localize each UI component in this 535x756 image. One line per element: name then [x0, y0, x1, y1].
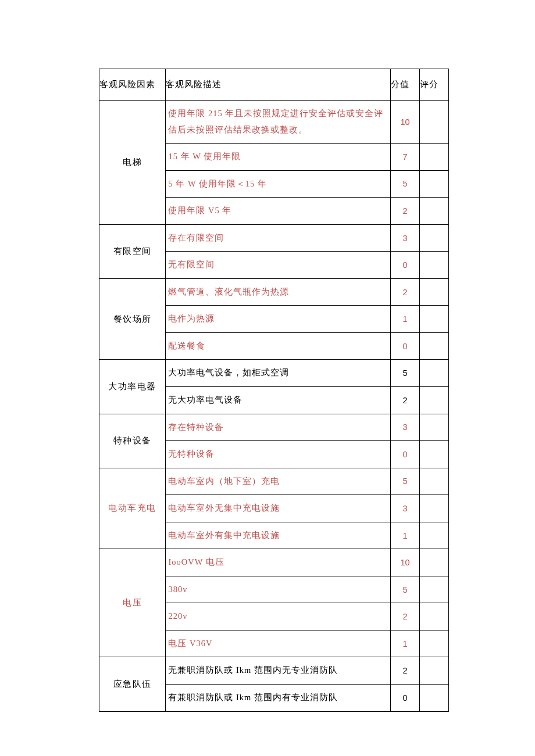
rating-cell [420, 224, 449, 252]
rating-cell [420, 252, 449, 279]
score-cell: 0 [391, 252, 420, 279]
score-cell: 7 [391, 144, 420, 171]
score-cell: 5 [391, 170, 420, 198]
risk-table: 客观风险因素 客观风险描述 分值 评分 电梯使用年限 215 年且未按照规定进行… [99, 69, 449, 712]
desc-cell: 电压 V36V [166, 630, 391, 657]
desc-cell: 有兼职消防队或 Ikm 范围内有专业消防队 [166, 685, 391, 712]
desc-cell: 电动车室内（地下室）充电 [166, 468, 391, 495]
desc-cell: 电动车室外有集中充电设施 [166, 522, 391, 549]
desc-cell: 使用年限 V5 年 [166, 198, 391, 225]
rating-cell [420, 468, 449, 495]
score-cell: 10 [391, 549, 420, 576]
desc-cell: 电动车室外无集中充电设施 [166, 495, 391, 522]
table-row: 餐饮场所燃气管道、液化气瓶作为热源2 [99, 278, 449, 306]
score-cell: 3 [391, 495, 420, 522]
desc-cell: 无有限空间 [166, 252, 391, 279]
rating-cell [420, 332, 449, 360]
score-cell: 2 [391, 278, 420, 306]
desc-cell: 存在有限空间 [166, 224, 391, 252]
rating-cell [420, 495, 449, 522]
desc-cell: 无特种设备 [166, 441, 391, 468]
rating-cell [420, 576, 449, 603]
rating-cell [420, 549, 449, 576]
rating-cell [420, 414, 449, 441]
score-cell: 2 [391, 657, 420, 685]
desc-cell: IooOVW 电压 [166, 549, 391, 576]
document-page: 客观风险因素 客观风险描述 分值 评分 电梯使用年限 215 年且未按照规定进行… [0, 0, 535, 712]
header-rating: 评分 [420, 69, 449, 101]
rating-cell [420, 198, 449, 225]
score-cell: 2 [391, 387, 420, 414]
header-factor: 客观风险因素 [99, 69, 166, 101]
score-cell: 2 [391, 603, 420, 630]
table-row: 大功率电器大功率电气设备，如柜式空调5 [99, 360, 449, 387]
score-cell: 1 [391, 522, 420, 549]
table-row: 有限空间存在有限空间3 [99, 224, 449, 252]
rating-cell [420, 685, 449, 712]
table-row: 电梯使用年限 215 年且未按照规定进行安全评估或安全评估后未按照评估结果改换或… [99, 101, 449, 144]
factor-cell: 电动车充电 [99, 468, 166, 549]
desc-cell: 配送餐食 [166, 332, 391, 360]
desc-cell: 电作为热源 [166, 306, 391, 333]
table-row: 电动车充电电动车室内（地下室）充电5 [99, 468, 449, 495]
table-row: 特种设备存在特种设备3 [99, 414, 449, 441]
factor-cell: 大功率电器 [99, 360, 166, 414]
rating-cell [420, 522, 449, 549]
factor-cell: 应急队伍 [99, 657, 166, 711]
table-header-row: 客观风险因素 客观风险描述 分值 评分 [99, 69, 449, 101]
desc-cell: 存在特种设备 [166, 414, 391, 441]
score-cell: 5 [391, 576, 420, 603]
score-cell: 3 [391, 224, 420, 252]
factor-cell: 电梯 [99, 101, 166, 225]
table-row: 应急队伍无兼职消防队或 Ikm 范围内无专业消防队2 [99, 657, 449, 685]
score-cell: 3 [391, 414, 420, 441]
desc-cell: 220v [166, 603, 391, 630]
desc-cell: 使用年限 215 年且未按照规定进行安全评估或安全评估后未按照评估结果改换或整改… [166, 101, 391, 144]
table-row: 电压IooOVW 电压10 [99, 549, 449, 576]
score-cell: 10 [391, 101, 420, 144]
desc-cell: 大功率电气设备，如柜式空调 [166, 360, 391, 387]
desc-cell: 无大功率电气设备 [166, 387, 391, 414]
rating-cell [420, 630, 449, 657]
score-cell: 1 [391, 306, 420, 333]
score-cell: 1 [391, 630, 420, 657]
score-cell: 0 [391, 332, 420, 360]
factor-cell: 特种设备 [99, 414, 166, 468]
rating-cell [420, 441, 449, 468]
rating-cell [420, 144, 449, 171]
score-cell: 0 [391, 685, 420, 712]
rating-cell [420, 603, 449, 630]
score-cell: 5 [391, 360, 420, 387]
rating-cell [420, 657, 449, 685]
desc-cell: 无兼职消防队或 Ikm 范围内无专业消防队 [166, 657, 391, 685]
rating-cell [420, 306, 449, 333]
rating-cell [420, 170, 449, 198]
score-cell: 0 [391, 441, 420, 468]
score-cell: 2 [391, 198, 420, 225]
rating-cell [420, 278, 449, 306]
desc-cell: 5 年 W 使用年限＜15 年 [166, 170, 391, 198]
desc-cell: 燃气管道、液化气瓶作为热源 [166, 278, 391, 306]
rating-cell [420, 101, 449, 144]
desc-cell: 15 年 W 使用年限 [166, 144, 391, 171]
factor-cell: 有限空间 [99, 224, 166, 278]
desc-cell: 380v [166, 576, 391, 603]
factor-cell: 电压 [99, 549, 166, 657]
factor-cell: 餐饮场所 [99, 278, 166, 360]
rating-cell [420, 360, 449, 387]
rating-cell [420, 387, 449, 414]
score-cell: 5 [391, 468, 420, 495]
header-score: 分值 [391, 69, 420, 101]
header-desc: 客观风险描述 [166, 69, 391, 101]
